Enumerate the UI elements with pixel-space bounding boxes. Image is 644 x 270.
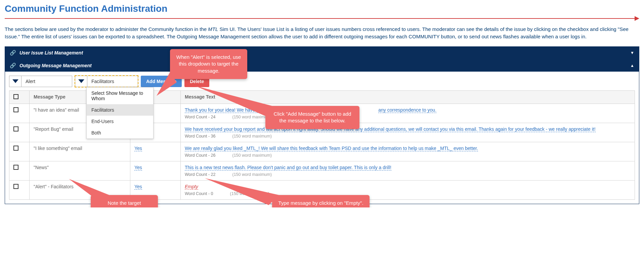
cell-message-text: We have received your bug report and wil… <box>181 123 635 142</box>
callout-tail <box>205 178 279 205</box>
cell-message-text: We are really glad you liked _MTL_! We w… <box>181 142 635 161</box>
word-count-info: Word Count - 36(150 word maximum) <box>185 134 631 139</box>
dropdown-value: Facilitators <box>87 76 138 87</box>
dropdown-option-both[interactable]: Both <box>87 127 153 139</box>
svg-marker-3 <box>205 178 279 205</box>
row-checkbox[interactable] <box>13 146 18 151</box>
word-count-info: Word Count - 26(150 word maximum) <box>185 153 631 158</box>
title-divider <box>5 16 639 21</box>
word-count-info: Word Count - 22(150 word maximum) <box>185 172 631 177</box>
panel-user-issue-list[interactable]: 🔗 User Issue List Management ▼ <box>5 46 639 59</box>
svg-marker-0 <box>157 72 177 96</box>
message-text-link[interactable]: We are really glad you liked _MTL_! We w… <box>185 146 478 151</box>
row-checkbox[interactable] <box>13 184 18 189</box>
svg-marker-2 <box>69 179 109 199</box>
message-text-link[interactable]: This is a new test news flash. Please do… <box>185 165 391 170</box>
link-icon: 🔗 <box>10 50 16 56</box>
panel-title: User Issue List Management <box>19 50 630 55</box>
callout-tail <box>195 86 272 116</box>
dropdown-value: Alert <box>22 76 72 87</box>
panel-title: Outgoing Message Management <box>19 63 630 68</box>
cell-active[interactable]: Yes <box>130 142 181 161</box>
callout-tail <box>69 179 109 199</box>
dropdown-option-header[interactable]: Select Show Message to Whom <box>87 87 153 104</box>
dropdown-toggle[interactable] <box>9 76 22 87</box>
page-title: Community Function Administration <box>5 3 639 14</box>
dropdown-option-endusers[interactable]: End-Users <box>87 116 153 127</box>
dropdown-target-audience[interactable]: Facilitators <box>75 76 138 87</box>
table-row: "News"YesThis is a new test news flash. … <box>9 161 635 180</box>
row-checkbox[interactable] <box>13 126 18 131</box>
table-row: "I like something" emailYesWe are really… <box>9 142 635 161</box>
message-text-link[interactable]: We have received your bug report and wil… <box>185 126 596 132</box>
row-checkbox[interactable] <box>13 165 18 170</box>
dropdown-option-facilitators[interactable]: Facilitators <box>87 104 153 116</box>
toolbar: Alert Facilitators Add Message Delete Se… <box>9 76 635 87</box>
svg-marker-1 <box>195 86 272 116</box>
dropdown-toggle[interactable] <box>75 76 87 87</box>
callout-empty-hint: Type message by clicking on "Empty". Don… <box>272 195 370 207</box>
message-text-link[interactable]: Empty <box>185 184 198 190</box>
link-icon: 🔗 <box>10 63 16 69</box>
message-text-link[interactable]: any correspondence to you. <box>378 107 436 113</box>
cell-message-text: This is a new test news flash. Please do… <box>181 161 635 180</box>
callout-add-message-hint: Click "Add Message" button to add the me… <box>265 106 359 129</box>
callout-target-audience-hint: Note the target audience shown here <box>91 195 158 207</box>
select-all-checkbox[interactable] <box>13 94 18 99</box>
panel-header-outgoing[interactable]: 🔗 Outgoing Message Management ▲ <box>5 60 639 72</box>
chevron-down-icon: ▼ <box>630 50 634 55</box>
dropdown-menu-target: Select Show Message to Whom Facilitators… <box>86 87 154 139</box>
callout-dropdown-hint: When "Alert" is selected, use this dropd… <box>170 49 247 79</box>
chevron-up-icon: ▲ <box>630 63 634 68</box>
cell-active[interactable]: Yes <box>130 161 181 180</box>
dropdown-message-type[interactable]: Alert <box>9 76 72 87</box>
row-checkbox[interactable] <box>13 107 18 112</box>
callout-tail <box>150 72 177 96</box>
cell-message-type: "I like something" email <box>30 142 130 161</box>
cell-message-type: "News" <box>30 161 130 180</box>
intro-text: The sections below are used by the moder… <box>5 26 639 40</box>
